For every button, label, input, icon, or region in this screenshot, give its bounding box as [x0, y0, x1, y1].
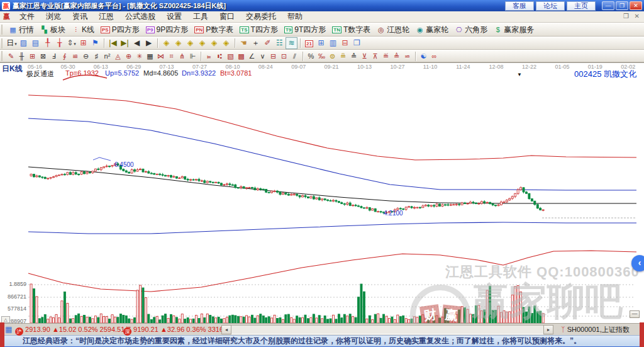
send-button[interactable]: ❐	[351, 37, 363, 49]
p-table-button[interactable]: PNP数字表	[191, 25, 236, 35]
restore-button[interactable]: ❐	[616, 1, 628, 10]
current-index-label[interactable]: SH000001,上证指数	[567, 326, 630, 333]
homepage-button[interactable]: 主页	[567, 1, 596, 11]
horizontal-scrollbar[interactable]: ◂ ▸	[221, 325, 553, 334]
draw-fence-tool[interactable]: ⌗	[166, 50, 177, 62]
draw-time-tool[interactable]: ≙	[348, 50, 359, 62]
draw-channel-tool[interactable]: ⫢	[204, 50, 214, 62]
menu-3[interactable]: 江恩	[93, 11, 119, 22]
menu-9[interactable]: 帮助	[282, 11, 308, 22]
pane-label[interactable]: 日K线	[2, 64, 23, 74]
yin-yang-tool[interactable]: ☯	[418, 50, 429, 62]
draw-pct-tool[interactable]: %	[306, 50, 316, 62]
menu-2[interactable]: 资讯	[67, 11, 93, 22]
t-table-button[interactable]: TNT数字表	[329, 25, 374, 35]
draw-e-tool[interactable]: ⊼	[370, 50, 380, 62]
forum-button[interactable]: 论坛	[536, 1, 565, 11]
draw-lines-tool[interactable]: ∠	[247, 50, 257, 62]
menu-1[interactable]: 浏览	[40, 11, 67, 22]
draw-f-tool[interactable]: Ⅎ	[48, 50, 59, 62]
menu-5[interactable]: 设置	[161, 11, 187, 22]
prev-bar-button[interactable]: ◀	[131, 37, 143, 49]
period-daily-dropdown[interactable]: 日▾	[6, 37, 18, 50]
net-tool-button[interactable]: ☷	[274, 37, 286, 49]
draw-rays-tool[interactable]: ⑆	[214, 50, 225, 62]
diamond-right-button[interactable]: ◈	[196, 37, 208, 49]
diamond-left-button[interactable]: ◈	[184, 37, 196, 49]
diamond-up-button[interactable]: ◈	[208, 37, 220, 49]
scroll-right-button[interactable]: ▸	[543, 325, 553, 334]
9p-square-button[interactable]: P99P四方形	[143, 25, 191, 35]
scale-dropdown[interactable]: ⇕▾	[65, 37, 77, 50]
draw-box-tool[interactable]: ⊠	[38, 50, 48, 62]
draw-star-tool[interactable]: ✳	[134, 50, 145, 62]
chart-style-icon[interactable]: ▨	[18, 37, 30, 49]
9t-square-button[interactable]: T99T四方形	[281, 25, 329, 35]
volume-pane-minus-button[interactable]: —	[630, 310, 640, 318]
mdi-window-controls[interactable]: ❐ ✕	[623, 13, 641, 20]
draw-angle-tool[interactable]: ≌	[70, 50, 80, 62]
quotes-button[interactable]: ▦行情	[6, 25, 37, 35]
t-square-button[interactable]: TST四方形	[236, 25, 281, 35]
draw-block-tool[interactable]: ⊡	[279, 50, 289, 62]
draw-spiral-tool[interactable]: ∮	[59, 50, 70, 62]
draw-n2-tool[interactable]: n²	[102, 50, 113, 62]
scroll-left-button[interactable]: ◂	[221, 325, 231, 334]
next-bar-button[interactable]: ▶	[143, 37, 155, 49]
flag-icon[interactable]: ⚑	[89, 37, 101, 49]
p-square-button[interactable]: PSP四方形	[97, 25, 143, 35]
draw-k-tool[interactable]: ⋈	[155, 50, 166, 62]
board-icon[interactable]: ▤	[30, 37, 42, 49]
diamond-expand-button[interactable]: ◈	[172, 37, 184, 49]
kline-button[interactable]: ⫶K线	[69, 25, 97, 35]
draw-pen-tool[interactable]: ✎	[6, 50, 16, 62]
draw-grid-tool[interactable]: ╫	[16, 50, 27, 62]
draw-triangle-tool[interactable]: ◬	[113, 50, 123, 62]
draw-mesh-tool[interactable]: ▩	[236, 50, 247, 62]
menu-7[interactable]: 窗口	[214, 11, 240, 22]
diamond-down-button[interactable]: ◈	[220, 37, 232, 49]
draw-wedge-tool[interactable]: ⋍	[402, 50, 413, 62]
draw-ruler-tool[interactable]: ⊩	[187, 50, 198, 62]
draw-slash-tool[interactable]: ⫽	[289, 50, 300, 62]
draw-trend-tool[interactable]: ≜	[391, 50, 402, 62]
close-button[interactable]: ✕	[630, 1, 642, 10]
draw-j-tool[interactable]: ⊻	[359, 50, 370, 62]
infinity-tool[interactable]: ∞	[429, 50, 440, 62]
first-bar-button[interactable]: |◀	[107, 37, 119, 49]
save-button[interactable]: ⊟	[339, 37, 351, 49]
menu-4[interactable]: 公式选股	[119, 11, 161, 22]
pointer-tool-button[interactable]: ✐	[262, 37, 274, 49]
gann-wheel-button[interactable]: ◎江恩轮	[374, 25, 413, 35]
collapse-panel-button[interactable]: ‹	[631, 255, 644, 271]
menu-8[interactable]: 交易委托	[240, 11, 282, 22]
calendar-button[interactable]: 21	[303, 37, 315, 49]
diamond-compress-button[interactable]: ◈	[160, 37, 172, 49]
draw-gold-tool[interactable]: ⊜	[327, 50, 338, 62]
chart-area[interactable]: 日K线 05-1605-3006-1306-2907-1307-2708-100…	[0, 62, 644, 323]
draw-target-tool[interactable]: ⊕	[123, 50, 134, 62]
crosshair-tool-button[interactable]: ＋	[250, 37, 262, 49]
draw-fan-tool[interactable]: ⋔	[177, 50, 187, 62]
draw-circle-tool[interactable]: ⊖	[80, 50, 91, 62]
scrollbar-track[interactable]	[231, 325, 543, 334]
hexagon-button[interactable]: ⎔六角形	[452, 25, 491, 35]
draw-bars-tool[interactable]: ♯	[91, 50, 102, 62]
sectors-button[interactable]: ▚板块	[37, 25, 69, 35]
draw-v-tool[interactable]: ∨	[257, 50, 268, 62]
last-bar-button[interactable]: ▶|	[119, 37, 131, 49]
red-frame-icon[interactable]: ⊞	[77, 37, 89, 49]
draw-hatch-tool[interactable]: ▧	[225, 50, 236, 62]
draw-net2-tool[interactable]: ⊟	[268, 50, 279, 62]
draw-square-tool[interactable]: ▦	[145, 50, 155, 62]
menu-0[interactable]: 文件	[14, 11, 40, 22]
winner-service-button[interactable]: $赢家服务	[491, 25, 537, 35]
menu-6[interactable]: 工具	[187, 11, 214, 22]
customer-service-button[interactable]: 客服	[505, 1, 534, 11]
winner-wheel-button[interactable]: ◉赢家轮	[413, 25, 452, 35]
draw-gann-grid-tool[interactable]: ⊞	[27, 50, 38, 62]
report-button[interactable]: ▥	[327, 37, 339, 49]
wave-tool-button[interactable]: ≋	[286, 37, 297, 49]
draw-level-tool[interactable]: ≞	[338, 50, 348, 62]
candle-style-down-icon[interactable]: ╁	[53, 37, 65, 49]
